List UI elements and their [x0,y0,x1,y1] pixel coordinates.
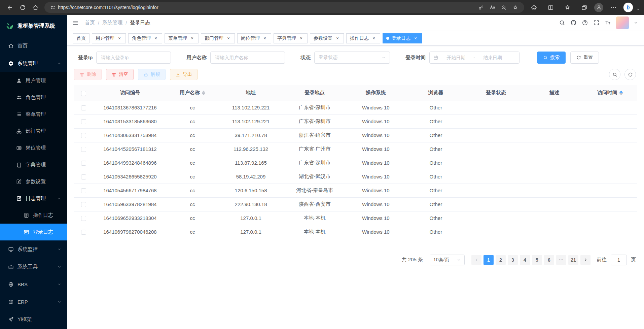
status-select[interactable]: 登录状态 [314,52,390,64]
hamburger-icon[interactable] [72,20,79,26]
row-checkbox[interactable] [81,161,86,166]
zoom-out-icon[interactable] [498,3,509,12]
page-button-last[interactable]: 21 [568,255,578,265]
tab-menu-mgmt[interactable]: 菜单管理× [165,33,199,43]
tab-close-icon[interactable]: × [298,36,304,41]
tab-close-icon[interactable]: × [189,36,195,41]
sidebar-item-home[interactable]: 首页 [0,37,67,55]
browser-address-bar[interactable]: https://ccnetcore.com:1101/system/log/lo… [44,2,524,13]
prev-page-button[interactable] [471,255,481,265]
tab-close-icon[interactable]: × [335,36,340,41]
table-row[interactable]: 1641031367863177216 cc 113.102.129.221 广… [74,101,637,114]
browser-home-button[interactable] [29,1,42,13]
row-checkbox[interactable] [81,174,86,179]
table-row[interactable]: 1641031533185863680 cc 113.102.129.221 广… [74,114,637,128]
avatar-dropdown-caret[interactable] [634,21,638,25]
tab-post-mgmt[interactable]: 岗位管理× [237,33,271,43]
tab-role-mgmt[interactable]: 角色管理× [128,33,162,43]
unlock-button[interactable]: 解锁 [138,69,166,80]
toggle-search-button[interactable] [609,69,620,80]
select-all-checkbox[interactable] [81,91,86,96]
row-checkbox[interactable] [81,188,86,193]
page-button-2[interactable]: 2 [496,255,506,265]
page-button-5[interactable]: 5 [532,255,542,265]
font-size-icon[interactable] [605,20,611,26]
password-key-icon[interactable] [475,3,487,12]
add-favorite-star-icon[interactable] [509,3,521,12]
tab-user-mgmt[interactable]: 用户管理× [92,33,126,43]
breadcrumb-system-mgmt[interactable]: 系统管理 [102,20,122,26]
sort-desc-icon[interactable] [619,93,623,95]
tab-home[interactable]: 首页 [73,33,90,43]
sidebar-item-yi-framework[interactable]: Yi框架 [0,310,67,328]
table-row[interactable]: 1641043063331753984 cc 39.171.210.78 浙江省… [74,128,637,142]
clear-button[interactable]: 清空 [106,69,134,80]
site-info-icon[interactable] [48,3,58,12]
reset-button[interactable]: 重置 [570,52,599,64]
sidebar-item-op-log[interactable]: 操作日志 [0,207,67,224]
tab-close-icon[interactable]: × [371,36,377,41]
user-avatar[interactable] [616,17,629,29]
browser-menu-button[interactable] [607,1,620,13]
tab-login-log[interactable]: 登录日志× [383,33,422,43]
start-date-input[interactable] [440,55,471,60]
tab-dept-mgmt[interactable]: 部门管理× [201,33,235,43]
browser-back-button[interactable] [3,1,16,13]
sort-desc-icon[interactable] [202,93,205,95]
copilot-bing-button[interactable]: b [623,3,633,12]
sidebar-item-login-log[interactable]: 登录日志 [0,224,67,240]
table-row[interactable]: 1641053426655825920 cc 58.19.42.209 湖北省-… [74,170,637,184]
sidebar-item-log-mgmt[interactable]: 日志管理 [0,190,67,207]
read-aloud-icon[interactable] [487,3,498,12]
sidebar-item-sys-monitor[interactable]: 系统监控 [0,240,67,258]
page-button-4[interactable]: 4 [520,255,530,265]
collections-button[interactable] [577,1,591,13]
export-button[interactable]: 导出 [170,69,198,80]
sort-icons[interactable] [202,91,205,95]
browser-refresh-button[interactable] [16,1,29,13]
breadcrumb-home[interactable]: 首页 [85,20,95,26]
favorites-button[interactable] [561,1,574,13]
tab-close-icon[interactable]: × [153,36,158,41]
row-checkbox[interactable] [81,119,86,124]
table-row[interactable]: 1641069652933218304 cc 127.0.0.1 本地-本机 W… [74,211,637,225]
table-row[interactable]: 1641044520567181312 cc 112.96.225.132 广东… [74,142,637,156]
sidebar-item-menu-mgmt[interactable]: 菜单管理 [0,106,67,123]
sidebar-item-dept-mgmt[interactable]: 部门管理 [0,123,67,139]
split-screen-button[interactable] [544,1,557,13]
tab-close-icon[interactable]: × [262,36,267,41]
sidebar-item-erp[interactable]: ERP [0,293,67,310]
row-checkbox[interactable] [81,105,86,110]
extensions-button[interactable] [527,1,540,13]
sidebar-item-post-mgmt[interactable]: 岗位管理 [0,139,67,156]
sidebar-item-sys-tools[interactable]: 系统工具 [0,258,67,275]
sort-icons[interactable] [619,91,623,95]
sidebar-item-param-settings[interactable]: 参数设置 [0,173,67,190]
page-button-3[interactable]: 3 [508,255,518,265]
sort-asc-icon[interactable] [202,91,205,93]
sidebar-item-bbs[interactable]: BBS [0,275,67,293]
row-checkbox[interactable] [81,230,86,235]
browser-profile-button[interactable] [594,3,603,12]
header-search-icon[interactable] [559,20,565,26]
end-date-input[interactable] [477,55,508,60]
table-row[interactable]: 1641059633978281984 cc 222.90.130.18 陕西省… [74,197,637,211]
table-row[interactable]: 1641054566717984768 cc 120.6.150.158 河北省… [74,184,637,197]
goto-page-input[interactable] [611,255,627,265]
username-input[interactable] [210,52,285,64]
tab-op-log[interactable]: 操作日志× [346,33,380,43]
tab-dict-mgmt[interactable]: 字典管理× [274,33,308,43]
page-size-select[interactable]: 10条/页 [430,255,465,265]
tab-close-icon[interactable]: × [226,36,231,41]
sort-asc-icon[interactable] [619,91,623,93]
help-icon[interactable] [582,20,588,26]
delete-button[interactable]: 删除 [74,69,102,80]
tab-close-icon[interactable]: × [117,36,122,41]
url-text[interactable]: https://ccnetcore.com:1101/system/log/lo… [58,5,475,10]
sidebar-item-user-mgmt[interactable]: 用户管理 [0,72,67,89]
github-icon[interactable] [570,20,577,26]
sidebar-item-system-mgmt[interactable]: 系统管理 [0,55,67,72]
app-logo[interactable]: 意框架管理系统 [0,15,67,37]
table-row[interactable]: 1641069798270046208 cc 127.0.0.1 本地-本机 W… [74,225,637,239]
next-page-button[interactable] [580,255,591,265]
